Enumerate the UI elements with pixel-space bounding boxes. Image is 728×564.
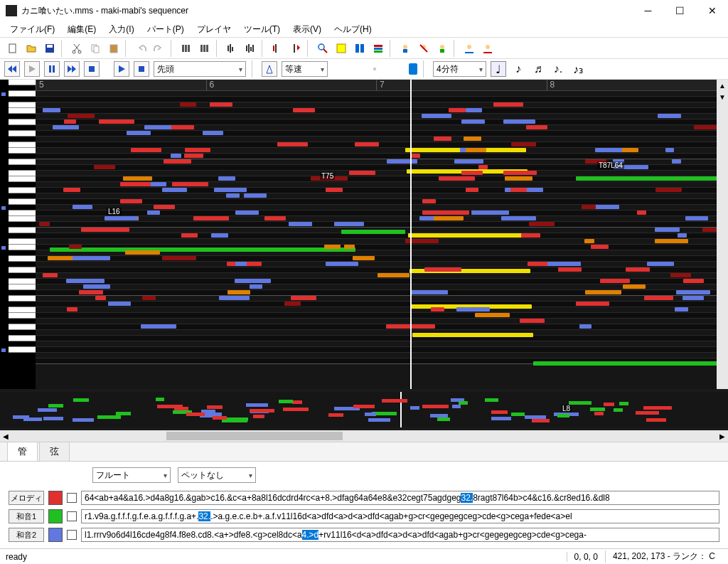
svg-rect-35 (440, 49, 444, 53)
chord2-check[interactable] (67, 530, 77, 540)
menu-tool[interactable]: ツール(T) (238, 22, 286, 37)
chord1-label[interactable]: 和音1 (9, 509, 44, 523)
playhead[interactable] (410, 80, 412, 389)
svg-rect-10 (188, 45, 190, 52)
rewind-button[interactable] (4, 61, 20, 77)
play-button[interactable] (24, 61, 40, 77)
tool-j-button[interactable] (370, 40, 387, 57)
svg-point-34 (440, 45, 444, 49)
tool-e-button[interactable] (269, 40, 286, 57)
melody-check[interactable] (67, 493, 77, 503)
svg-rect-9 (185, 45, 187, 52)
save-button[interactable] (41, 40, 58, 57)
speed-combo[interactable]: 等速 (282, 61, 328, 77)
tab-wind[interactable]: 管 (7, 442, 38, 461)
forward-button[interactable] (64, 61, 80, 77)
chord1-check[interactable] (67, 511, 77, 521)
redo-button[interactable] (151, 40, 168, 57)
menu-part[interactable]: パート(P) (141, 22, 190, 37)
svg-rect-16 (232, 47, 233, 51)
minimize-button[interactable]: ─ (632, 0, 664, 21)
speed-slider[interactable] (332, 62, 417, 76)
svg-rect-39 (53, 65, 55, 73)
chord2-label[interactable]: 和音2 (9, 528, 44, 542)
tool-m-button[interactable] (434, 40, 451, 57)
tool-i-button[interactable] (351, 40, 368, 57)
note-quarter-button[interactable]: ♩ (491, 61, 506, 77)
svg-rect-11 (200, 45, 203, 52)
note-combo[interactable]: 4分符 (433, 61, 486, 77)
chord2-text[interactable]: l1.rrrv9o6d4l16cde4g8f4.f8e8.cd8.<a+>dfe… (81, 528, 719, 542)
note-eighth-button[interactable]: ♪ (510, 61, 526, 77)
overview-strip[interactable]: L8 (0, 392, 728, 427)
svg-rect-8 (182, 45, 184, 52)
stop-button[interactable] (84, 61, 100, 77)
tool-c-button[interactable] (223, 40, 240, 57)
melody-color[interactable] (48, 491, 63, 505)
open-button[interactable] (23, 40, 40, 57)
piano-keys[interactable] (0, 80, 36, 389)
tab-string[interactable]: 弦 (39, 442, 70, 461)
melody-label[interactable]: メロディ (9, 491, 44, 505)
toolbar-main (0, 37, 728, 58)
note-sixteenth-button[interactable]: ♬ (530, 61, 546, 77)
svg-rect-21 (273, 46, 274, 51)
note-dotted-button[interactable]: ♪. (550, 61, 566, 77)
menu-help[interactable]: ヘルプ(H) (328, 22, 378, 37)
chord1-color[interactable] (48, 509, 63, 523)
svg-rect-13 (206, 45, 208, 52)
svg-rect-27 (360, 44, 364, 53)
close-button[interactable]: ✕ (696, 0, 728, 21)
menu-view[interactable]: 表示(V) (287, 22, 327, 37)
note-triplet-button[interactable]: ♪₃ (570, 61, 586, 77)
pause-button[interactable] (44, 61, 60, 77)
toolbar-transport: 先頭 等速 4分符 ♩ ♪ ♬ ♪. ♪₃ (0, 58, 728, 80)
tempo-icon-button[interactable] (262, 61, 277, 77)
tool-f-button[interactable] (287, 40, 304, 57)
tool-b-button[interactable] (196, 40, 213, 57)
menu-input[interactable]: 入力(I) (103, 22, 139, 37)
tool-a-button[interactable] (178, 40, 195, 57)
svg-point-31 (403, 45, 407, 49)
app-icon (6, 5, 17, 16)
piano-roll-editor: 5 6 7 8 L16 T75 T87L64 ▲ ▼ L8 ◀ ▶ (0, 80, 728, 442)
horizontal-scrollbar[interactable]: ◀ ▶ (0, 430, 728, 442)
svg-rect-25 (337, 44, 346, 53)
svg-rect-20 (252, 45, 254, 52)
play2-button[interactable] (114, 61, 129, 77)
copy-button[interactable] (87, 40, 104, 57)
chord2-color[interactable] (48, 528, 63, 542)
tool-k-button[interactable] (397, 40, 414, 57)
vertical-scrollbar[interactable]: ▲ ▼ (717, 80, 728, 389)
svg-rect-7 (110, 45, 117, 53)
svg-rect-28 (374, 45, 382, 47)
instrument-combo[interactable]: フルート (92, 467, 171, 483)
stop2-button[interactable] (134, 61, 149, 77)
paste-button[interactable] (105, 40, 122, 57)
status-bar: ready 0, 0, 0 421, 202, 173 - ランク： C (0, 548, 728, 564)
tool-l-button[interactable] (415, 40, 432, 57)
melody-text[interactable]: 64<ab+a4&a16.>d4a8g16.&gab>c16.&c<a+8a8l… (81, 491, 719, 505)
tool-h-button[interactable] (333, 40, 350, 57)
svg-rect-22 (275, 44, 277, 53)
window-title: カニ喰いたい.mms - maki-mabi's sequencer (21, 5, 632, 17)
tool-o-button[interactable] (479, 40, 496, 57)
menu-player[interactable]: プレイヤ (191, 22, 237, 37)
svg-rect-18 (248, 44, 250, 53)
tool-n-button[interactable] (461, 40, 478, 57)
position-combo[interactable]: 先頭 (154, 61, 246, 77)
tool-d-button[interactable] (242, 40, 259, 57)
menu-file[interactable]: ファイル(F) (4, 22, 60, 37)
svg-rect-26 (355, 44, 359, 53)
chord1-text[interactable]: r1.v9a.g.f.f.f.g.f.e.a.g.f.f.f.g.a+.32..… (81, 509, 719, 523)
maximize-button[interactable]: ☐ (664, 0, 696, 21)
new-button[interactable] (4, 40, 21, 57)
svg-rect-40 (89, 66, 95, 72)
cut-button[interactable] (68, 40, 85, 57)
note-grid[interactable]: 5 6 7 8 L16 T75 T87L64 (36, 80, 717, 389)
svg-point-37 (486, 45, 490, 49)
tool-g-button[interactable] (314, 40, 331, 57)
undo-button[interactable] (132, 40, 149, 57)
menu-edit[interactable]: 編集(E) (62, 22, 102, 37)
pet-combo[interactable]: ペットなし (178, 467, 256, 483)
